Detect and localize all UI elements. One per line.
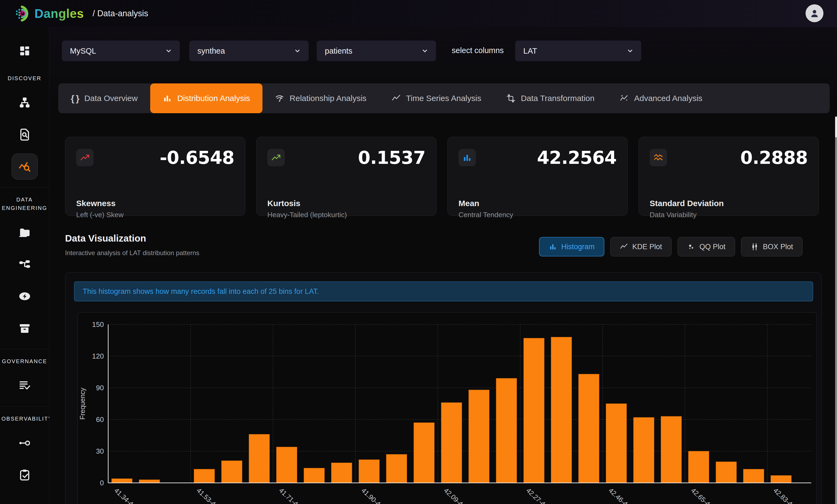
document-search-icon bbox=[18, 128, 31, 141]
chart-search-icon bbox=[18, 160, 31, 173]
folder-icon bbox=[18, 226, 31, 239]
plot-button-histogram[interactable]: Histogram bbox=[539, 237, 604, 257]
tab-label: Data Overview bbox=[84, 94, 138, 103]
histogram-bar[interactable] bbox=[496, 378, 517, 483]
plot-button-kde-plot[interactable]: KDE Plot bbox=[610, 237, 672, 257]
stat-sublabel: Heavy-Tailed (leptokurtic) bbox=[267, 211, 347, 219]
tab-data-transformation[interactable]: Data Transformation bbox=[494, 83, 607, 113]
plot-button-label: BOX Plot bbox=[763, 243, 793, 251]
tab-advanced-analysis[interactable]: Advanced Analysis bbox=[607, 83, 715, 113]
sitemap-icon bbox=[18, 96, 31, 109]
x-tick-label: 42.65-42 bbox=[690, 486, 714, 504]
tab-label: Data Transformation bbox=[521, 94, 594, 103]
y-axis-title: Frequency bbox=[78, 388, 86, 420]
sidebar-section-label: DISCOVER bbox=[7, 74, 41, 82]
sidebar-item-clipboard-check[interactable] bbox=[12, 462, 38, 488]
scrollbar-thumb[interactable] bbox=[835, 116, 837, 137]
histogram-bar[interactable] bbox=[386, 454, 407, 483]
tab-time-series-analysis[interactable]: Time Series Analysis bbox=[379, 83, 494, 113]
dots-icon bbox=[687, 243, 695, 251]
tab-label: Time Series Analysis bbox=[406, 94, 481, 103]
stat-icon-chip bbox=[649, 149, 667, 166]
tab-data-overview[interactable]: { } Data Overview bbox=[58, 83, 150, 113]
histogram-bar[interactable] bbox=[221, 461, 242, 483]
histogram-bar[interactable] bbox=[689, 451, 709, 483]
stat-label: Skewness bbox=[76, 199, 115, 208]
chevron-down-icon bbox=[294, 48, 301, 54]
x-tick-label: 41.53-41 bbox=[195, 486, 220, 504]
stat-card-skewness: -0.6548 Skewness Left (-ve) Skew bbox=[65, 137, 245, 216]
stat-label: Standard Deviation bbox=[649, 199, 724, 208]
stat-label: Mean bbox=[459, 199, 479, 208]
bar-chart-icon bbox=[462, 153, 472, 163]
sidebar-item-lightning[interactable] bbox=[12, 283, 38, 309]
y-tick-label: 0 bbox=[100, 479, 104, 487]
sidebar-item-list-check[interactable] bbox=[12, 373, 38, 399]
histogram-bar[interactable] bbox=[606, 404, 627, 483]
stat-card-mean: 42.2564 Mean Central Tendency bbox=[447, 137, 628, 216]
tab-relationship-analysis[interactable]: Relationship Analysis bbox=[263, 83, 379, 113]
user-avatar-button[interactable] bbox=[805, 4, 823, 22]
signal-needle-icon bbox=[275, 94, 284, 103]
sidebar-item-document-search[interactable] bbox=[12, 122, 38, 148]
histogram-bar[interactable] bbox=[523, 338, 544, 483]
sidebar-item-chart-search[interactable] bbox=[12, 153, 38, 180]
database-select[interactable]: synthea bbox=[189, 41, 308, 61]
trend-line-icon bbox=[620, 243, 628, 251]
sidebar-item-link-nodes[interactable] bbox=[12, 430, 38, 456]
histogram-bar[interactable] bbox=[771, 475, 791, 483]
archive-icon bbox=[18, 322, 31, 335]
trending-up-icon bbox=[80, 153, 90, 163]
column-select[interactable]: LAT bbox=[515, 41, 641, 61]
histogram-bar[interactable] bbox=[634, 417, 654, 483]
histogram-bar[interactable] bbox=[716, 462, 736, 483]
sidebar-item-dashboard[interactable] bbox=[12, 38, 38, 64]
sidebar-divider bbox=[0, 187, 49, 187]
database-value: synthea bbox=[197, 46, 225, 56]
histogram-bar[interactable] bbox=[139, 480, 160, 483]
histogram-bar[interactable] bbox=[276, 447, 297, 483]
histogram-bar[interactable] bbox=[249, 434, 269, 483]
histogram-bar[interactable] bbox=[414, 423, 434, 483]
app-header: Dangles / Data-analysis bbox=[0, 0, 837, 27]
y-tick-label: 120 bbox=[92, 352, 104, 360]
histogram-bar[interactable] bbox=[578, 374, 599, 483]
stat-sublabel: Data Variability bbox=[649, 211, 697, 219]
table-select[interactable]: patients bbox=[317, 41, 436, 61]
plot-button-qq-plot[interactable]: QQ Plot bbox=[678, 237, 735, 257]
histogram-bar[interactable] bbox=[359, 460, 379, 483]
histogram-bar[interactable] bbox=[441, 403, 462, 483]
trending-up-icon bbox=[271, 153, 281, 163]
sidebar-item-folder[interactable] bbox=[12, 219, 38, 245]
stat-value: 42.2564 bbox=[537, 147, 617, 168]
dashboard-icon bbox=[19, 45, 31, 57]
histogram-bar[interactable] bbox=[194, 469, 215, 483]
tab-distribution-analysis[interactable]: Distribution Analysis bbox=[150, 83, 263, 113]
stat-card-kurtosis: 0.1537 Kurtosis Heavy-Tailed (leptokurti… bbox=[256, 137, 437, 216]
histogram-bar[interactable] bbox=[112, 479, 132, 483]
stat-value: 0.1537 bbox=[358, 147, 425, 168]
sidebar-item-pipeline[interactable] bbox=[12, 251, 38, 277]
histogram-bar[interactable] bbox=[661, 416, 682, 483]
lightning-icon bbox=[18, 290, 31, 303]
y-tick-label: 150 bbox=[92, 320, 104, 329]
sidebar-item-archive[interactable] bbox=[12, 315, 38, 341]
activity-icon bbox=[654, 153, 663, 163]
histogram-chart[interactable]: 0306090120150Frequency41.34-4141.53-4141… bbox=[77, 312, 817, 504]
histogram-bar[interactable] bbox=[331, 463, 352, 483]
sidebar-item-sitemap[interactable] bbox=[12, 90, 38, 116]
histogram-bar[interactable] bbox=[304, 468, 324, 483]
histogram-bar[interactable] bbox=[469, 390, 489, 483]
datasource-select[interactable]: MySQL bbox=[62, 41, 180, 61]
scrollbar-track[interactable] bbox=[835, 137, 837, 504]
viz-section-title: Data Visualization bbox=[65, 233, 146, 244]
stat-icon-chip bbox=[459, 149, 476, 166]
person-icon bbox=[809, 8, 820, 19]
plot-button-box-plot[interactable]: BOX Plot bbox=[741, 237, 803, 257]
list-check-icon bbox=[18, 379, 31, 392]
tab-label: Relationship Analysis bbox=[289, 94, 367, 103]
histogram-bar[interactable] bbox=[551, 337, 572, 483]
histogram-bar[interactable] bbox=[744, 469, 764, 483]
y-tick-label: 90 bbox=[96, 384, 104, 392]
table-value: patients bbox=[325, 46, 353, 56]
